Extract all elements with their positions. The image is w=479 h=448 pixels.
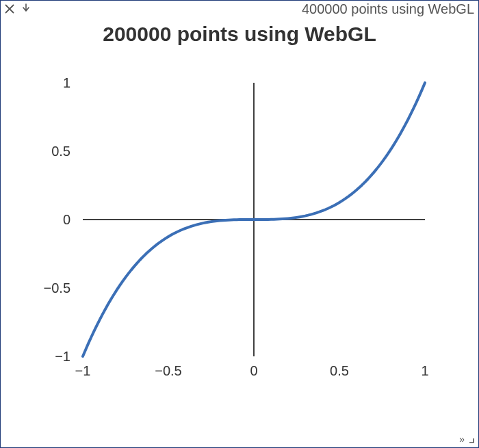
x-tick-label: 1	[421, 363, 428, 378]
y-tick-label: −0.5	[44, 280, 70, 295]
y-axis-ticks: −1−0.500.51	[44, 75, 70, 364]
x-tick-label: −0.5	[155, 363, 181, 378]
y-tick-label: −1	[55, 349, 70, 364]
y-tick-label: 0	[63, 212, 70, 227]
chart-area[interactable]: −1−0.500.51 −1−0.500.51	[42, 62, 452, 404]
adjacent-tab-label[interactable]: 400000 points using WebGL	[302, 1, 476, 17]
x-axis-ticks: −1−0.500.51	[75, 363, 429, 378]
chevrons-icon: »	[459, 434, 465, 445]
resize-handle-icon	[466, 435, 474, 443]
top-bar: 400000 points using WebGL	[1, 1, 478, 17]
window-frame: 400000 points using WebGL 200000 points …	[0, 0, 479, 448]
y-tick-label: 0.5	[51, 144, 70, 159]
x-tick-label: 0.5	[330, 363, 349, 378]
x-tick-label: 0	[250, 363, 257, 378]
download-icon[interactable]	[20, 3, 32, 15]
x-tick-label: −1	[75, 363, 91, 378]
y-tick-label: 1	[63, 75, 70, 90]
chart-title: 200000 points using WebGL	[1, 23, 478, 46]
close-icon[interactable]	[3, 3, 16, 15]
expand-corner[interactable]: »	[459, 434, 474, 445]
